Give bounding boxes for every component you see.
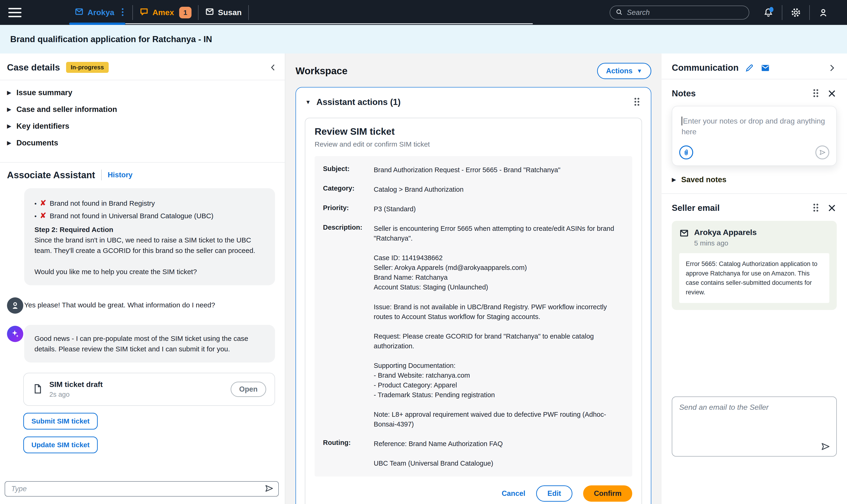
drag-handle-icon[interactable] [811, 88, 821, 99]
assistant-actions-title: Assistant actions (1) [317, 97, 401, 107]
tab-scrollbar-track[interactable] [69, 23, 533, 24]
open-draft-button[interactable]: Open [231, 382, 266, 397]
field-priority: Priority: P3 (Standard) [323, 204, 624, 214]
chevron-right-icon: ▶ [672, 177, 676, 182]
draft-timestamp: 2s ago [49, 391, 103, 398]
section-key-identifiers[interactable]: ▶ Key identifiers [7, 122, 278, 130]
ticket-fields: Subject: Brand Authorization Request - E… [314, 156, 632, 476]
saved-notes-toggle[interactable]: ▶ Saved notes [672, 175, 837, 184]
attachment-paperclip-icon[interactable] [679, 145, 693, 159]
cancel-button[interactable]: Cancel [502, 489, 525, 498]
assistant-message: Good news - I can pre-populate most of t… [24, 325, 275, 362]
workspace-panel: Workspace Actions ▼ ▼ Assistant actions … [285, 54, 662, 504]
submit-sim-ticket-button[interactable]: Submit SIM ticket [23, 413, 98, 430]
tab-susan[interactable]: Susan [198, 0, 248, 25]
tab-amex[interactable]: Amex 1 [133, 0, 198, 25]
active-tab-indicator [69, 22, 125, 25]
envelope-icon [74, 7, 84, 18]
workspace-title: Workspace [295, 66, 347, 76]
update-sim-ticket-button[interactable]: Update SIM ticket [23, 436, 98, 453]
topbar-right [610, 5, 837, 20]
email-icon[interactable] [760, 63, 770, 73]
step-title: Step 2: Required Action [34, 224, 265, 235]
send-email-icon[interactable] [821, 442, 830, 451]
divider [662, 79, 847, 79]
chevron-down-icon: ▼ [637, 68, 642, 74]
search-icon [615, 8, 623, 17]
confirm-button[interactable]: Confirm [583, 485, 632, 502]
envelope-icon [205, 7, 214, 18]
communication-panel: Communication Notes [662, 54, 847, 504]
edit-pencil-icon[interactable] [745, 63, 754, 73]
hamburger-menu-icon[interactable] [8, 8, 21, 17]
text-caret [682, 116, 682, 125]
notifications-bell-icon[interactable] [763, 7, 773, 18]
red-x-icon: ✘ [40, 197, 47, 209]
tab-options-icon[interactable] [118, 7, 126, 18]
case-details-panel: Case details In-progress ▶ Issue summary… [0, 54, 285, 504]
notes-placeholder: Enter your notes or drop and drag anythi… [682, 117, 825, 136]
chat-type-input[interactable] [11, 485, 264, 493]
review-sim-ticket-card: Review SIM ticket Review and edit or con… [305, 118, 642, 504]
search-input[interactable] [627, 8, 744, 17]
envelope-icon [679, 228, 689, 239]
field-subject: Subject: Brand Authorization Request - E… [323, 165, 624, 175]
global-search[interactable] [610, 5, 749, 20]
close-icon[interactable] [827, 203, 837, 213]
seller-email-title: Seller email [672, 203, 720, 213]
drag-handle-icon[interactable] [632, 97, 642, 108]
chevron-right-icon: ▶ [7, 90, 11, 95]
tab-label: Arokya [88, 8, 114, 17]
close-icon[interactable] [827, 89, 837, 98]
bullet: • [34, 212, 37, 221]
separator [101, 169, 102, 180]
edit-button[interactable]: Edit [536, 485, 573, 502]
settings-gear-icon[interactable] [791, 7, 801, 18]
communication-title: Communication [672, 63, 739, 73]
divider [662, 193, 847, 194]
red-x-icon: ✘ [40, 209, 47, 222]
chat-bubble-icon [139, 7, 149, 18]
send-email-box [672, 396, 837, 456]
chevron-right-icon: ▶ [7, 140, 11, 146]
ticket-title: Review SIM ticket [314, 126, 632, 137]
user-avatar [7, 298, 23, 314]
drag-handle-icon[interactable] [811, 203, 821, 213]
case-tabs: Arokya Amex 1 Susan [68, 0, 249, 25]
email-sender: Arokya Apparels [694, 228, 757, 237]
actions-dropdown-button[interactable]: Actions ▼ [597, 63, 651, 79]
email-body: Error 5665: Catalog Authorization applic… [679, 253, 829, 303]
send-note-icon[interactable] [815, 145, 829, 159]
notification-count-badge: 1 [179, 7, 192, 18]
user-profile-icon[interactable] [818, 7, 828, 18]
assistant-question: Would you like me to help you create the… [34, 266, 265, 277]
app: Arokya Amex 1 Susan [0, 0, 847, 504]
page-title: Brand qualification application for Ratc… [10, 34, 212, 44]
field-category: Category: Catalog > Brand Authorization [323, 184, 624, 194]
assistant-sparkle-avatar [7, 326, 23, 342]
chevron-right-icon: ▶ [7, 107, 11, 112]
section-issue-summary[interactable]: ▶ Issue summary [7, 88, 278, 97]
section-documents[interactable]: ▶ Documents [7, 139, 278, 147]
send-email-input[interactable] [679, 403, 829, 443]
case-details-title: Case details [7, 62, 60, 73]
associate-assistant-title: Associate Assistant [7, 170, 95, 180]
sim-ticket-draft-card: SIM ticket draft 2s ago Open [23, 373, 275, 406]
icon-divider [782, 5, 782, 20]
send-icon[interactable] [264, 484, 274, 494]
seller-email-card: Arokya Apparels 5 mins ago Error 5665: C… [672, 221, 837, 310]
section-case-seller-info[interactable]: ▶ Case and seller information [7, 105, 278, 114]
tab-label: Susan [218, 8, 242, 17]
assistant-actions-card: ▼ Assistant actions (1) Review SIM ticke… [295, 87, 651, 504]
chevron-right-icon: ▶ [7, 123, 11, 129]
history-link[interactable]: History [108, 171, 133, 179]
collapse-panel-icon[interactable] [269, 63, 278, 72]
step-body: Since the brand isn't in UBC, we need to… [34, 235, 265, 256]
collapse-triangle-icon[interactable]: ▼ [305, 100, 311, 105]
document-icon [32, 383, 43, 395]
ticket-subtitle: Review and edit or confirm SIM ticket [314, 140, 632, 148]
chevron-right-icon[interactable] [827, 63, 837, 73]
notes-input-card[interactable]: Enter your notes or drop and drag anythi… [672, 106, 837, 166]
tab-arokya[interactable]: Arokya [68, 0, 132, 25]
divider [0, 80, 285, 80]
